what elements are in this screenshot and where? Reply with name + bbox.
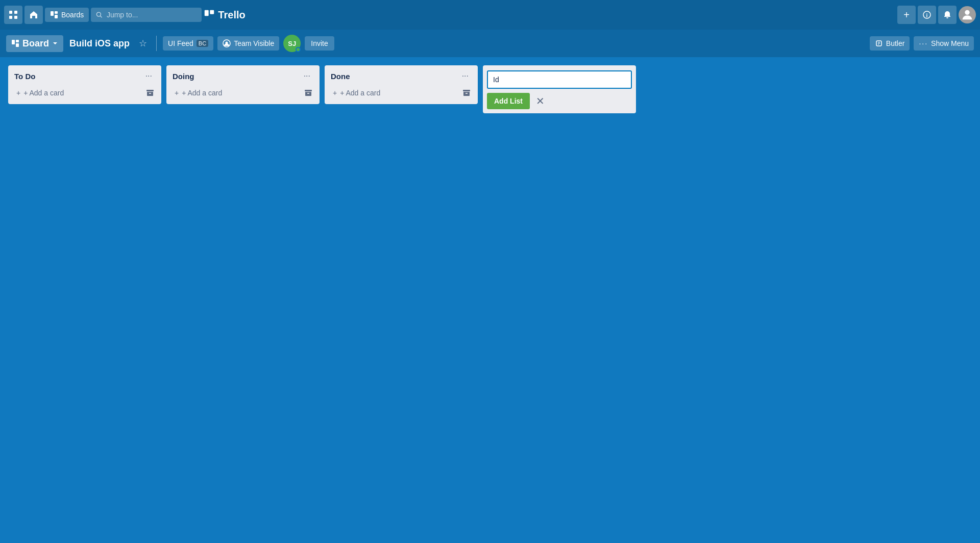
svg-rect-4 [51,11,54,16]
ui-feed-label: UI Feed [168,39,193,47]
user-avatar-button[interactable] [959,6,976,23]
svg-rect-0 [9,11,12,14]
search-input[interactable] [107,11,197,19]
cancel-list-label: ✕ [536,95,545,107]
list-todo-header: To Do ··· [12,70,157,82]
ui-feed-badge: BC [197,40,208,47]
board-avatar[interactable]: SJ [283,35,301,52]
trello-logo: Trello [204,9,245,21]
plus-icon: + [175,89,179,97]
star-button[interactable]: ☆ [136,36,150,51]
boards-label: Boards [61,11,84,19]
svg-text:i: i [926,13,928,18]
list-todo-footer: + + Add a card [12,86,157,100]
new-list-actions: Add List ✕ [487,93,632,109]
grid-menu-button[interactable] [4,6,22,24]
board-nav: Board Build iOS app ☆ UI Feed BC Team Vi… [0,30,980,57]
svg-point-13 [965,10,969,15]
list-done-header: Done ··· [329,70,474,82]
list-doing-title: Doing [173,72,301,81]
svg-point-7 [97,12,101,16]
svg-rect-21 [305,90,312,91]
list-done-footer: + + Add a card [329,86,474,100]
svg-rect-16 [16,43,19,47]
notifications-button[interactable] [938,6,957,24]
invite-button[interactable]: Invite [305,36,334,51]
add-card-done-label: + Add a card [340,89,380,97]
svg-line-8 [101,16,102,17]
list-done: Done ··· + + Add a card [325,65,478,104]
add-list-label: Add List [494,97,523,105]
boards-button[interactable]: Boards [45,8,89,22]
list-doing: Doing ··· + + Add a card [166,65,320,104]
svg-rect-3 [14,16,17,19]
board-menu-label: Board [22,38,49,49]
plus-icon: + [333,89,337,97]
invite-label: Invite [311,39,328,47]
new-list-input[interactable] [487,70,632,89]
ui-feed-button[interactable]: UI Feed BC [163,36,213,51]
board-title: Build iOS app [67,38,132,49]
avatar-initials: SJ [288,40,296,47]
add-card-todo-button[interactable]: + + Add a card [12,86,143,100]
svg-rect-9 [205,10,209,16]
svg-rect-14 [12,40,15,44]
archive-todo-button[interactable] [143,86,157,100]
board-menu-button[interactable]: Board [6,35,63,52]
app-name: Trello [218,9,245,21]
visibility-label: Team Visible [234,39,274,47]
butler-button[interactable]: Butler [870,36,910,51]
dots-label: ··· [919,39,928,47]
list-todo-menu-button[interactable]: ··· [142,70,155,82]
add-card-todo-label: + Add a card [23,89,64,97]
svg-rect-6 [55,15,58,18]
plus-icon: + [16,89,20,97]
archive-doing-button[interactable] [301,86,315,100]
list-doing-footer: + + Add a card [170,86,315,100]
svg-rect-20 [146,90,154,91]
avatar-online-indicator [296,47,301,52]
svg-rect-15 [16,40,19,42]
add-card-done-button[interactable]: + + Add a card [329,86,459,100]
svg-rect-10 [210,10,214,14]
list-todo: To Do ··· + + Add a card [8,65,161,104]
svg-rect-22 [463,90,470,91]
search-bar[interactable] [91,8,202,22]
archive-done-button[interactable] [459,86,474,100]
divider [156,36,157,51]
new-list-container: Add List ✕ [483,65,636,113]
butler-label: Butler [886,39,905,47]
list-done-menu-button[interactable]: ··· [459,70,472,82]
show-menu-button[interactable]: ··· Show Menu [914,36,974,51]
nav-right: + i [897,6,976,24]
board-nav-right: Butler ··· Show Menu [870,36,974,51]
create-button[interactable]: + [897,6,916,24]
list-doing-header: Doing ··· [170,70,315,82]
svg-rect-2 [9,16,12,19]
svg-rect-5 [55,11,58,14]
info-button[interactable]: i [918,6,936,24]
board-content: To Do ··· + + Add a card Doing ··· [0,57,980,121]
list-todo-title: To Do [14,72,142,81]
list-doing-menu-button[interactable]: ··· [301,70,313,82]
add-card-doing-button[interactable]: + + Add a card [170,86,301,100]
home-button[interactable] [24,6,43,24]
top-nav: Boards Trello + i [0,0,980,30]
svg-rect-1 [14,11,17,14]
show-menu-label: Show Menu [931,39,969,47]
team-visible-button[interactable]: Team Visible [217,36,279,51]
cancel-list-button[interactable]: ✕ [533,94,548,108]
add-card-doing-label: + Add a card [182,89,222,97]
add-list-button[interactable]: Add List [487,93,530,109]
list-done-title: Done [331,72,459,81]
